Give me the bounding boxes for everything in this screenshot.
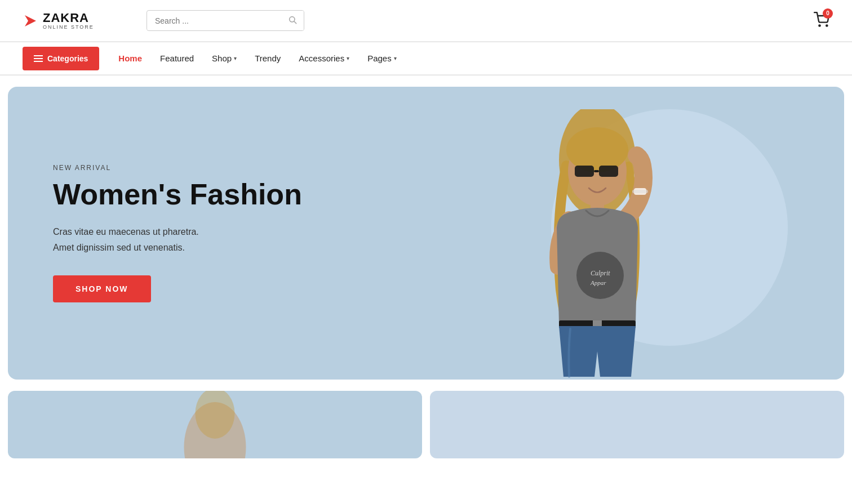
nav-divider — [0, 75, 852, 75]
hero-content: NEW ARRIVAL Women's Fashion Cras vitae e… — [8, 130, 844, 336]
logo-sub: ONLINE STORE — [43, 24, 94, 30]
svg-point-4 — [826, 25, 827, 26]
logo-icon — [23, 13, 38, 29]
search-button[interactable] — [281, 11, 304, 30]
svg-marker-0 — [25, 15, 36, 26]
hero-desc-line2: Amet dignissim sed ut venenatis. — [53, 243, 185, 252]
bottom-card-left — [8, 391, 422, 458]
search-icon — [288, 15, 297, 24]
cart-badge: 0 — [823, 8, 833, 19]
logo[interactable]: ZAKRA ONLINE STORE — [23, 12, 113, 30]
search-container — [147, 10, 304, 31]
cart-icon-area[interactable]: 0 — [814, 12, 829, 30]
accessories-chevron-icon: ▾ — [347, 55, 349, 61]
svg-line-2 — [294, 21, 296, 24]
hamburger-icon — [34, 55, 43, 62]
shop-chevron-icon: ▾ — [234, 55, 237, 61]
shop-now-button[interactable]: SHOP NOW — [53, 275, 151, 302]
nav-link-pages[interactable]: Pages ▾ — [360, 49, 405, 68]
hero-title: Women's Fashion — [53, 179, 799, 211]
logo-brand: ZAKRA — [43, 12, 94, 24]
hero-tag: NEW ARRIVAL — [53, 164, 799, 172]
bottom-card-right — [430, 391, 844, 458]
pages-chevron-icon: ▾ — [394, 55, 397, 61]
hero-section: NEW ARRIVAL Women's Fashion Cras vitae e… — [8, 87, 844, 380]
nav-link-home[interactable]: Home — [110, 49, 150, 68]
search-input[interactable] — [147, 12, 281, 30]
nav-links: Home Featured Shop ▾ Trendy Accessories … — [110, 49, 404, 68]
bottom-section — [0, 391, 852, 458]
hero-description: Cras vitae eu maecenas ut pharetra. Amet… — [53, 224, 799, 255]
hero-desc-line1: Cras vitae eu maecenas ut pharetra. — [53, 227, 199, 237]
categories-label: Categories — [47, 54, 88, 63]
categories-button[interactable]: Categories — [23, 47, 99, 70]
nav-link-shop[interactable]: Shop ▾ — [204, 49, 245, 68]
nav-link-featured[interactable]: Featured — [152, 49, 202, 68]
bottom-card-left-art — [8, 391, 422, 458]
svg-point-3 — [819, 25, 820, 26]
logo-text: ZAKRA ONLINE STORE — [43, 12, 94, 30]
nav-link-trendy[interactable]: Trendy — [247, 49, 289, 68]
nav-bar: Categories Home Featured Shop ▾ Trendy A… — [0, 42, 852, 75]
header: ZAKRA ONLINE STORE 0 — [0, 0, 852, 42]
nav-link-accessories[interactable]: Accessories ▾ — [291, 49, 357, 68]
